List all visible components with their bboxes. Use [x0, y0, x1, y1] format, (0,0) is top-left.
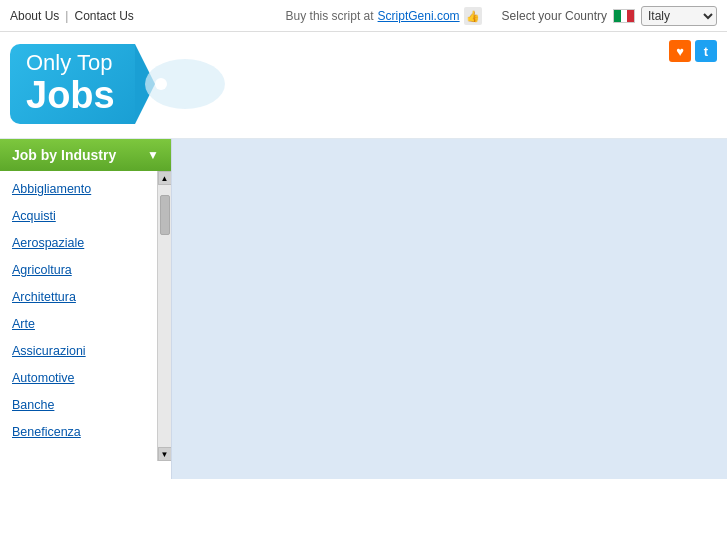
main-panel: [172, 139, 727, 479]
contact-link[interactable]: Contact Us: [74, 9, 133, 23]
scroll-track: [159, 185, 171, 447]
sidebar-industry-link[interactable]: Architettura: [12, 290, 76, 304]
list-item: Automotive: [0, 364, 157, 391]
about-link[interactable]: About Us: [10, 9, 59, 23]
sidebar-industry-link[interactable]: Automotive: [12, 371, 75, 385]
sidebar-title: Job by Industry: [12, 147, 116, 163]
sidebar-industry-link[interactable]: Acquisti: [12, 209, 56, 223]
sidebar-industry-link[interactable]: Arte: [12, 317, 35, 331]
sidebar: Job by Industry ▼ AbbigliamentoAcquistiA…: [0, 139, 172, 479]
list-item: Agricoltura: [0, 256, 157, 283]
thumbs-up-icon: 👍: [464, 7, 482, 25]
sidebar-industry-link[interactable]: Banche: [12, 398, 54, 412]
rss-icon: ♥: [676, 44, 684, 59]
sidebar-industry-link[interactable]: Beneficenza: [12, 425, 81, 439]
buy-script-text: Buy this script at: [286, 9, 374, 23]
twitter-button[interactable]: t: [695, 40, 717, 62]
list-item: Aerospaziale: [0, 229, 157, 256]
buy-script-area: Buy this script at ScriptGeni.com 👍: [286, 7, 482, 25]
sidebar-list: AbbigliamentoAcquistiAerospazialeAgricol…: [0, 171, 157, 449]
list-item: Beneficenza: [0, 418, 157, 445]
country-dropdown[interactable]: Italy Germany France Spain UK USA: [641, 6, 717, 26]
sidebar-industry-link[interactable]: Abbigliamento: [12, 182, 91, 196]
top-navigation: About Us | Contact Us Buy this script at…: [0, 0, 727, 32]
main-content: Job by Industry ▼ AbbigliamentoAcquistiA…: [0, 139, 727, 479]
twitter-icon: t: [704, 44, 708, 59]
list-item: Architettura: [0, 283, 157, 310]
sidebar-industry-link[interactable]: Aerospaziale: [12, 236, 84, 250]
scriptgeni-link[interactable]: ScriptGeni.com: [378, 9, 460, 23]
list-item: Acquisti: [0, 202, 157, 229]
sidebar-scrollbar[interactable]: ▲ ▼: [157, 171, 171, 461]
logo-area: Only Top Jobs: [0, 32, 727, 139]
scroll-down-arrow[interactable]: ▼: [158, 447, 172, 461]
list-item: Abbigliamento: [0, 175, 157, 202]
logo-tag-shape: Only Top Jobs: [10, 44, 135, 124]
sidebar-industry-link[interactable]: Assicurazioni: [12, 344, 86, 358]
country-select-area: Select your Country Italy Germany France…: [502, 6, 717, 26]
list-item: Assicurazioni: [0, 337, 157, 364]
logo-dot: [155, 78, 167, 90]
nav-separator: |: [65, 9, 68, 23]
sidebar-industry-link[interactable]: Agricoltura: [12, 263, 72, 277]
list-item: Arte: [0, 310, 157, 337]
sidebar-dropdown-arrow: ▼: [147, 148, 159, 162]
sidebar-header[interactable]: Job by Industry ▼: [0, 139, 171, 171]
scroll-thumb[interactable]: [160, 195, 170, 235]
nav-links: About Us | Contact Us: [10, 9, 134, 23]
rss-button[interactable]: ♥: [669, 40, 691, 62]
scroll-up-arrow[interactable]: ▲: [158, 171, 172, 185]
country-label: Select your Country: [502, 9, 607, 23]
social-icons-area: ♥ t: [669, 40, 717, 62]
sidebar-list-container: AbbigliamentoAcquistiAerospazialeAgricol…: [0, 171, 171, 461]
logo-jobs: Jobs: [26, 75, 115, 117]
logo-only-top: Only Top: [26, 51, 115, 75]
logo-tag: Only Top Jobs: [10, 44, 225, 124]
italy-flag-icon: [613, 9, 635, 23]
list-item: Banche: [0, 391, 157, 418]
logo-text: Only Top Jobs: [26, 51, 115, 117]
